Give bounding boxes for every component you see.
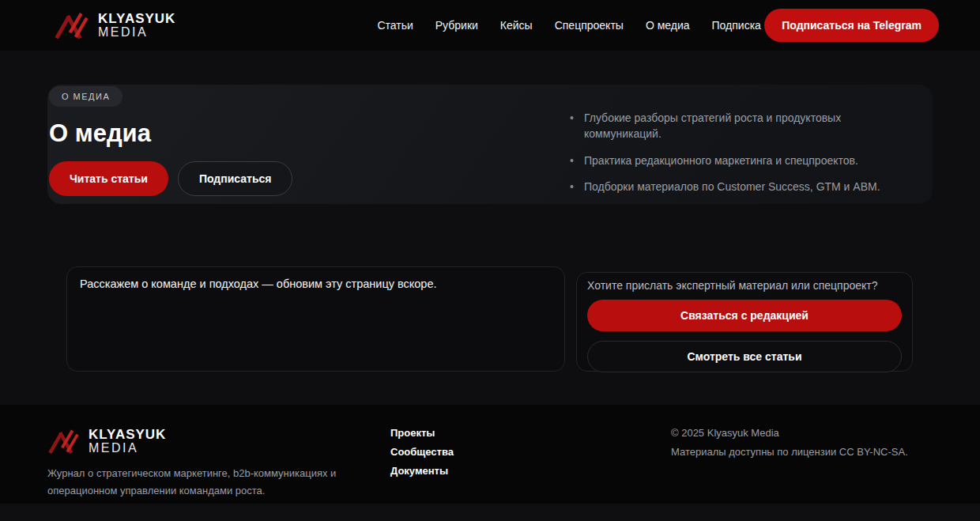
nav-about-media[interactable]: О медиа — [646, 19, 690, 32]
footer-brand-logo[interactable]: KLYASYUK MEDIA — [47, 424, 390, 459]
page-title: О медиа — [49, 119, 151, 148]
nav-cases[interactable]: Кейсы — [500, 19, 533, 32]
subscribe-button[interactable]: Подписаться — [178, 161, 293, 196]
brand-logo[interactable]: KLYASYUK MEDIA — [54, 6, 175, 44]
footer-links-column: Проекты Сообщества Документы — [390, 424, 454, 500]
hero-left: О МЕДИА О медиа Читать статьи Подписатьс… — [49, 86, 292, 204]
hero-buttons: Читать статьи Подписаться — [49, 161, 292, 196]
hero-bullet: Подборки материалов по Customer Success,… — [567, 179, 887, 194]
footer-copyright: © 2025 Klyasyuk Media — [671, 427, 908, 439]
hero-bullet: Практика редакционного маркетинга и спец… — [567, 153, 887, 168]
nav-rubrics[interactable]: Рубрики — [435, 19, 478, 32]
cta-card: Хотите прислать экспертный материал или … — [576, 272, 913, 372]
footer-tagline: Журнал о стратегическом маркетинге, b2b-… — [47, 465, 356, 500]
subscribe-telegram-button[interactable]: Подписаться на Telegram — [764, 9, 939, 42]
footer-license: Материалы доступны по лицензии CC BY-NC-… — [671, 446, 908, 458]
hero-badge: О МЕДИА — [49, 86, 122, 107]
bottom-strip — [0, 504, 980, 521]
hero-bullet: Глубокие разборы стратегий роста и проду… — [567, 110, 887, 142]
main-content: Расскажем о команде и подходах — обновим… — [47, 266, 933, 372]
footer-link-communities[interactable]: Сообщества — [390, 446, 454, 458]
brand-sub: MEDIA — [98, 26, 175, 40]
footer-brand-column: KLYASYUK MEDIA Журнал о стратегическом м… — [47, 424, 390, 500]
contact-editorial-button[interactable]: Связаться с редакцией — [587, 300, 902, 331]
footer-link-projects[interactable]: Проекты — [390, 427, 454, 439]
cta-question: Хотите прислать экспертный материал или … — [587, 279, 902, 292]
footer-inner: KLYASYUK MEDIA Журнал о стратегическом м… — [47, 424, 933, 500]
footer-link-documents[interactable]: Документы — [390, 465, 454, 477]
footer: KLYASYUK MEDIA Журнал о стратегическом м… — [0, 405, 980, 504]
read-articles-button[interactable]: Читать статьи — [49, 161, 168, 196]
brand-sub: MEDIA — [89, 442, 166, 455]
hero-bullet-list: Глубокие разборы стратегий роста и проду… — [567, 110, 887, 204]
klyasyuk-logo-icon — [54, 6, 89, 44]
view-all-articles-button[interactable]: Смотреть все статьи — [587, 341, 902, 372]
hero-card: О МЕДИА О медиа Читать статьи Подписатьс… — [47, 85, 933, 204]
page-container: О МЕДИА О медиа Читать статьи Подписатьс… — [47, 85, 933, 372]
klyasyuk-logo-icon — [47, 424, 79, 459]
brand-name: KLYASYUK — [98, 12, 175, 26]
brand-wordmark: KLYASYUK MEDIA — [98, 12, 175, 40]
footer-legal-column: © 2025 Klyasyuk Media Материалы доступны… — [671, 424, 908, 500]
nav-subscription[interactable]: Подписка — [712, 19, 761, 32]
header: KLYASYUK MEDIA Статьи Рубрики Кейсы Спец… — [0, 0, 980, 51]
nav-special-projects[interactable]: Спецпроекты — [555, 19, 624, 32]
footer-brand-wordmark: KLYASYUK MEDIA — [89, 428, 166, 455]
main-nav: Статьи Рубрики Кейсы Спецпроекты О медиа… — [377, 19, 761, 32]
about-text: Расскажем о команде и подходах — обновим… — [80, 277, 552, 290]
about-card: Расскажем о команде и подходах — обновим… — [66, 266, 565, 372]
nav-articles[interactable]: Статьи — [377, 19, 413, 32]
brand-name: KLYASYUK — [89, 428, 166, 442]
